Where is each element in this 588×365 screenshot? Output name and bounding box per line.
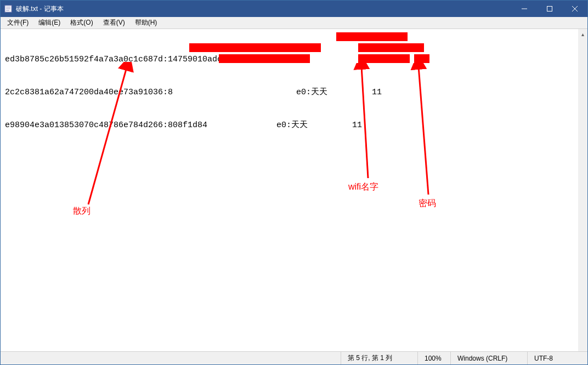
text-line: 2c2c8381a62a747200da40ee73a91036:8 e0:天天… — [5, 88, 382, 97]
status-encoding: UTF-8 — [527, 352, 587, 364]
menu-format[interactable]: 格式(O) — [66, 17, 97, 28]
title-bar: 破解.txt - 记事本 — [1, 1, 587, 17]
annotation-password-label: 密码 — [419, 198, 436, 209]
text-line: e98904e3a013853070c48786e784d266:808f1d8… — [5, 121, 362, 130]
annotation-wifi-label: wifi名字 — [348, 181, 378, 192]
notepad-window: 破解.txt - 记事本 文件(F) 编辑(E) 格式(O) 查看(V) 帮助(… — [0, 0, 588, 365]
text-line: ed3b8785c26b51592f4a7a3a0c1c687d:1475901… — [5, 55, 370, 64]
annotation-hash-label: 散列 — [73, 206, 91, 216]
arrow-password — [406, 63, 450, 200]
window-title: 破解.txt - 记事本 — [16, 4, 512, 14]
notepad-icon — [4, 4, 13, 13]
redaction-box — [189, 43, 321, 52]
minimize-button[interactable] — [512, 1, 537, 17]
close-button[interactable] — [562, 1, 587, 17]
arrow-hash — [72, 62, 138, 210]
menu-bar: 文件(F) 编辑(E) 格式(O) 查看(V) 帮助(H) — [1, 17, 587, 29]
redaction-box — [336, 32, 408, 41]
content-area: ed3b8785c26b51592f4a7a3a0c1c687d:1475901… — [1, 29, 587, 351]
annotation-overlay: 散列 wifi名字 — [1, 29, 578, 351]
scroll-up-icon[interactable]: ▴ — [579, 30, 587, 38]
window-controls — [512, 1, 587, 17]
maximize-button[interactable] — [537, 1, 562, 17]
menu-edit[interactable]: 编辑(E) — [34, 17, 65, 28]
redaction-box — [358, 43, 424, 52]
menu-help[interactable]: 帮助(H) — [131, 17, 162, 28]
text-editor[interactable]: ed3b8785c26b51592f4a7a3a0c1c687d:1475901… — [1, 29, 578, 351]
status-bar: 第 5 行, 第 1 列 100% Windows (CRLF) UTF-8 — [1, 351, 587, 364]
menu-file[interactable]: 文件(F) — [3, 17, 33, 28]
status-zoom: 100% — [417, 352, 450, 364]
status-spacer — [1, 352, 341, 364]
svg-rect-5 — [547, 7, 552, 12]
status-cursor-position: 第 5 行, 第 1 列 — [341, 352, 417, 364]
menu-view[interactable]: 查看(V) — [99, 17, 129, 28]
vertical-scrollbar[interactable]: ▴ — [578, 29, 587, 351]
status-line-ending: Windows (CRLF) — [450, 352, 527, 364]
